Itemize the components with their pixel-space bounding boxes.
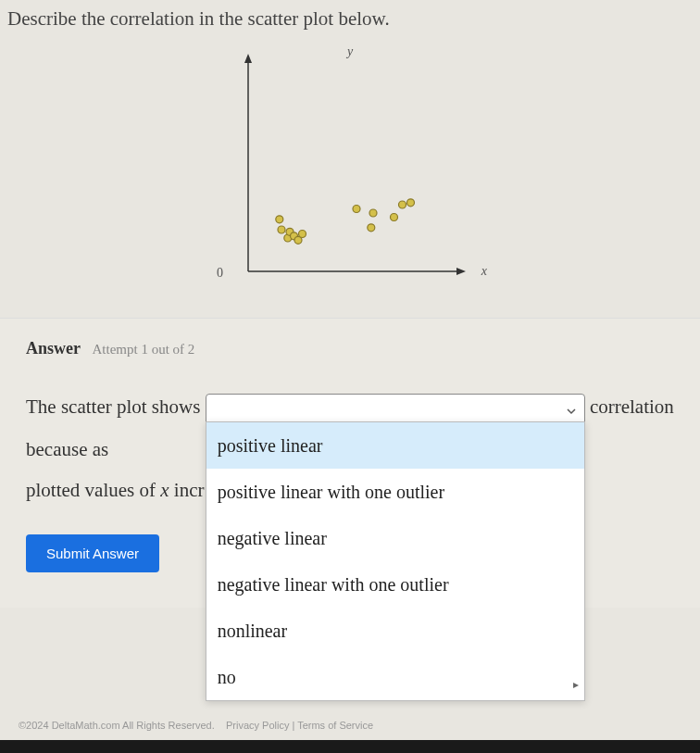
- dropdown-option[interactable]: negative linear with one outlier: [206, 561, 584, 608]
- dropdown-option[interactable]: positive linear with one outlier: [206, 469, 584, 515]
- svg-point-16: [407, 199, 415, 207]
- question-text: Describe the correlation in the scatter …: [0, 0, 700, 40]
- x-axis-label: x: [481, 264, 487, 279]
- answer-section: Answer Attempt 1 out of 2 The scatter pl…: [0, 318, 700, 608]
- answer-label: Answer: [26, 339, 81, 358]
- sentence-part3-prefix: plotted values of: [26, 479, 160, 501]
- svg-point-14: [391, 214, 398, 221]
- svg-point-15: [399, 201, 406, 208]
- dropdown-option[interactable]: positive linear: [206, 422, 584, 469]
- variable-x: x: [160, 479, 169, 501]
- y-axis-label: y: [347, 44, 353, 59]
- origin-label: 0: [217, 266, 223, 281]
- svg-marker-1: [456, 268, 466, 275]
- svg-marker-3: [244, 54, 252, 63]
- submit-answer-button[interactable]: Submit Answer: [26, 534, 159, 572]
- scatter-plot: [230, 49, 470, 290]
- page-footer: ©2024 DeltaMath.com All Rights Reserved.…: [9, 714, 382, 736]
- scroll-indicator-icon: ▸: [573, 673, 579, 697]
- dropdown-option[interactable]: no: [206, 654, 584, 700]
- sentence-part3-suffix: incr: [169, 479, 205, 501]
- svg-point-4: [276, 216, 283, 223]
- sentence-part1: The scatter plot shows: [26, 395, 200, 418]
- footer-links[interactable]: Privacy Policy | Terms of Service: [226, 720, 373, 731]
- attempt-counter: Attempt 1 out of 2: [93, 342, 195, 357]
- svg-point-10: [299, 231, 306, 238]
- copyright-text: ©2024 DeltaMath.com All Rights Reserved.: [19, 720, 215, 731]
- bottom-bar: [0, 740, 700, 753]
- svg-point-13: [369, 209, 377, 217]
- svg-point-12: [368, 224, 375, 232]
- correlation-dropdown-list: positive linear positive linear with one…: [206, 421, 585, 701]
- answer-sentence: The scatter plot shows positive linear p…: [26, 386, 674, 510]
- dropdown-option[interactable]: nonlinear: [206, 608, 584, 654]
- dropdown-option[interactable]: negative linear: [206, 515, 584, 561]
- svg-point-5: [278, 226, 285, 233]
- scatter-plot-area: y x 0: [0, 40, 700, 318]
- svg-point-11: [353, 206, 360, 213]
